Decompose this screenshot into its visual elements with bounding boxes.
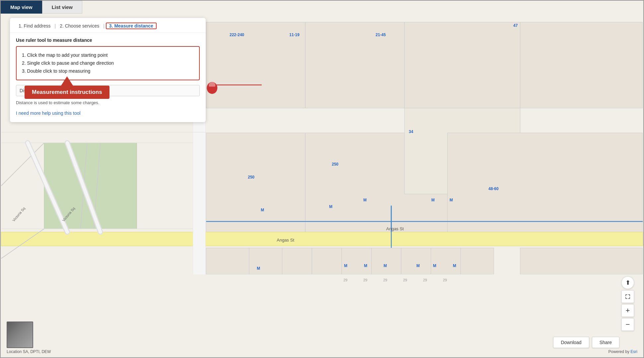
map-m-11: M xyxy=(433,263,436,268)
map-road-angas-1: Angas St xyxy=(277,238,294,243)
svg-rect-23 xyxy=(249,248,282,274)
main-panel: 1. Find address | 2. Choose services | 3… xyxy=(10,18,206,122)
attribution-right: Powered by Esri xyxy=(608,349,637,354)
tab-list-view[interactable]: List view xyxy=(42,1,82,14)
svg-rect-8 xyxy=(448,133,643,236)
svg-rect-28 xyxy=(401,248,431,274)
svg-rect-10 xyxy=(1,232,643,246)
esri-link[interactable]: Esri xyxy=(630,349,637,354)
ruler-label: Use ruler tool to measure distance xyxy=(16,37,200,43)
svg-rect-40 xyxy=(1,274,643,357)
map-label-11-19: 11-19 xyxy=(289,33,300,37)
instructions-box: 1. Click the map to add your starting po… xyxy=(16,46,200,80)
map-label-250-2: 250 xyxy=(332,162,338,167)
svg-rect-22 xyxy=(206,248,249,274)
map-m-8: M xyxy=(364,263,367,268)
map-29-5: 29 xyxy=(423,278,427,282)
map-m-4: M xyxy=(431,198,435,202)
map-29-3: 29 xyxy=(383,278,387,282)
download-button[interactable]: Download xyxy=(553,337,589,348)
map-label-21-45: 21-45 xyxy=(376,33,386,37)
compass-button[interactable]: ⬆ xyxy=(621,276,634,289)
zoom-out-button[interactable]: − xyxy=(621,318,634,331)
panel-content: Use ruler tool to measure distance 1. Cl… xyxy=(10,33,206,116)
map-label-222-240: 222-240 xyxy=(230,33,244,37)
map-label-250-1: 250 xyxy=(248,175,254,179)
map-29-6: 29 xyxy=(443,278,447,282)
svg-rect-5 xyxy=(206,133,305,236)
svg-rect-4 xyxy=(520,22,643,108)
tooltip-wrapper: Measurement instructions xyxy=(25,76,109,99)
map-m-6: M xyxy=(257,266,260,271)
instruction-1: 1. Click the map to add your starting po… xyxy=(22,51,194,59)
step-divider-1: | xyxy=(53,23,57,29)
svg-rect-26 xyxy=(342,248,372,274)
steps-nav: 1. Find address | 2. Choose services | 3… xyxy=(10,18,206,33)
bottom-buttons: Download Share xyxy=(553,337,619,348)
zoom-in-button[interactable]: + xyxy=(621,304,634,317)
tab-bar: Map view List view xyxy=(1,1,82,14)
mini-map xyxy=(7,322,33,348)
instructions-list: 1. Click the map to add your starting po… xyxy=(22,51,194,75)
map-29-2: 29 xyxy=(363,278,367,282)
map-road-angas-2: Angas St xyxy=(386,226,404,231)
tab-map-view[interactable]: Map view xyxy=(1,1,42,14)
instruction-2: 2. Single click to pause and change dire… xyxy=(22,59,194,67)
step-divider-2: | xyxy=(102,23,106,29)
map-controls: ⬆ + − xyxy=(621,276,634,331)
distance-note: Distance is used to estimate some charge… xyxy=(16,100,200,106)
svg-rect-29 xyxy=(431,248,461,274)
main-container: 222-240 11-19 21-45 47 34 250 250 48-60 … xyxy=(0,0,644,358)
svg-rect-3 xyxy=(404,22,520,108)
svg-rect-2 xyxy=(305,22,404,108)
svg-rect-27 xyxy=(371,248,401,274)
map-m-2: M xyxy=(329,204,332,209)
map-label-48-60: 48-60 xyxy=(488,186,499,191)
map-29-1: 29 xyxy=(343,278,347,282)
instruction-3: 3. Double click to stop measuring xyxy=(22,67,194,75)
step-1-label: 1. Find address xyxy=(16,23,53,29)
fullscreen-button[interactable] xyxy=(621,290,634,303)
share-button[interactable]: Share xyxy=(592,337,619,348)
map-m-7: M xyxy=(344,263,347,268)
map-m-1: M xyxy=(261,208,264,212)
svg-rect-24 xyxy=(282,248,312,274)
tooltip-arrow xyxy=(61,76,73,86)
svg-rect-30 xyxy=(461,248,494,274)
help-link[interactable]: I need more help using this tool xyxy=(16,110,81,116)
mini-map-inner xyxy=(7,322,33,347)
map-m-10: M xyxy=(416,263,420,268)
map-label-47: 47 xyxy=(513,23,518,28)
map-label-34: 34 xyxy=(409,129,413,134)
step-2-label: 2. Choose services xyxy=(57,23,102,29)
tooltip-label: Measurement instructions xyxy=(25,86,109,99)
svg-rect-25 xyxy=(312,248,342,274)
attribution-left: Location SA, DPTI, DEW xyxy=(7,349,51,354)
map-29-4: 29 xyxy=(403,278,407,282)
map-m-5: M xyxy=(450,198,453,202)
map-m-12: M xyxy=(453,263,456,268)
step-3-label: 3. Measure distance xyxy=(106,23,157,29)
map-m-3: M xyxy=(363,198,367,202)
map-m-9: M xyxy=(384,263,387,268)
svg-rect-31 xyxy=(520,248,643,274)
